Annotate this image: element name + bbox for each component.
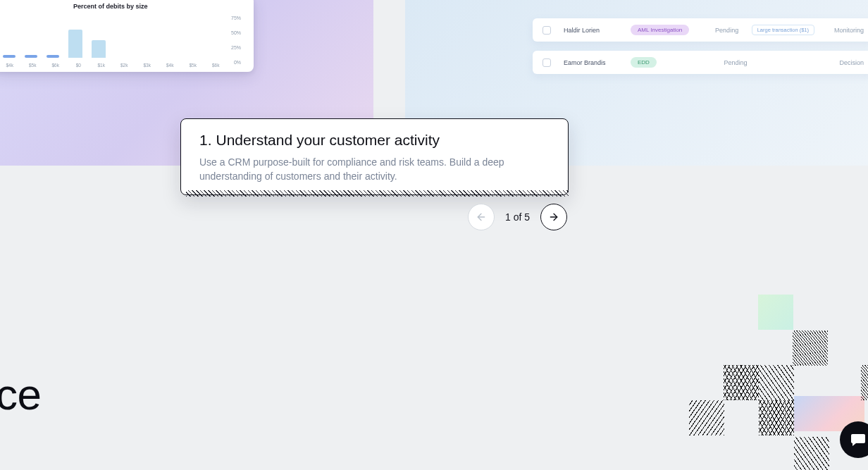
row-status: Pending bbox=[711, 59, 760, 66]
row-checkbox[interactable] bbox=[542, 26, 551, 35]
case-row[interactable]: Haldir Lorien AML Investigation Pending … bbox=[533, 18, 868, 42]
row-pill: EDD bbox=[631, 57, 657, 68]
callout-heading: 1. Understand your customer activity bbox=[199, 132, 550, 149]
carousel-pager: 1 of 5 bbox=[468, 204, 567, 230]
row-name: Haldir Lorien bbox=[564, 27, 631, 34]
chart-bars bbox=[3, 16, 223, 58]
chart-x-ticks: $4k $5k $6k $0 $1k $2k $3k $4k $5k $6k bbox=[3, 63, 223, 68]
heading-fragment: ce bbox=[0, 369, 41, 419]
chart-y-ticks: 75% 50% 25% 0% bbox=[225, 16, 241, 65]
row-checkbox[interactable] bbox=[542, 58, 551, 67]
pager-count: 1 of 5 bbox=[505, 211, 530, 223]
row-pill: AML Investigation bbox=[631, 25, 689, 35]
chat-icon bbox=[850, 431, 867, 448]
callout-body: Use a CRM purpose-built for compliance a… bbox=[199, 155, 523, 184]
callout-number: 1. bbox=[199, 132, 212, 149]
callout-shadow-hatch bbox=[186, 190, 569, 197]
row-name: Eamor Brandis bbox=[564, 59, 631, 66]
row-stage: Decision bbox=[814, 59, 864, 66]
arrow-right-icon bbox=[548, 211, 559, 223]
arrow-left-icon bbox=[476, 211, 487, 223]
chat-launcher[interactable] bbox=[840, 421, 868, 458]
next-button[interactable] bbox=[540, 204, 567, 230]
row-tag: Large transaction ($1) bbox=[752, 25, 814, 35]
row-status: Pending bbox=[702, 27, 752, 34]
prev-button[interactable] bbox=[468, 204, 495, 230]
debits-chart-card: Percent of debits by size 75% 50% 25% 0% bbox=[0, 0, 254, 72]
callout-title: Understand your customer activity bbox=[216, 132, 440, 149]
chart-title: Percent of debits by size bbox=[73, 3, 244, 10]
row-stage: Monitoring bbox=[814, 27, 864, 34]
feature-callout: 1. Understand your customer activity Use… bbox=[180, 118, 569, 195]
case-row[interactable]: Eamor Brandis EDD Pending Decision bbox=[533, 51, 868, 74]
